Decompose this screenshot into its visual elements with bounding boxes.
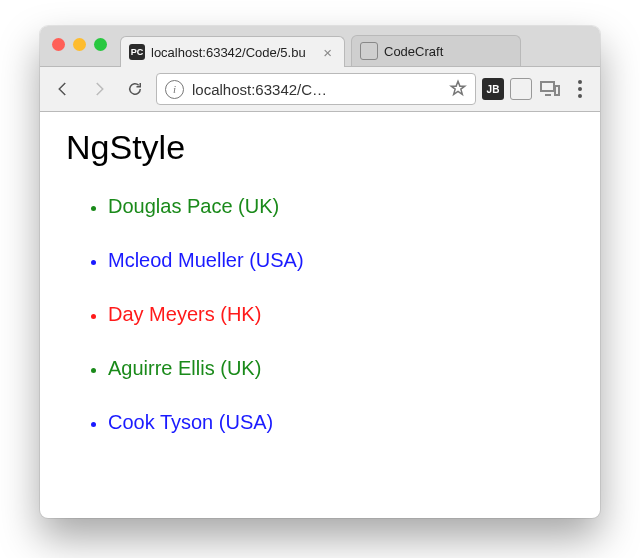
list-item: Douglas Pace (UK)	[108, 179, 574, 233]
list-item: Mcleod Mueller (USA)	[108, 233, 574, 287]
window-zoom-button[interactable]	[94, 38, 107, 51]
page-heading: NgStyle	[66, 128, 574, 167]
site-info-icon[interactable]: i	[165, 80, 184, 99]
back-button[interactable]	[48, 74, 78, 104]
address-bar[interactable]: i localhost:63342/C…	[156, 73, 476, 105]
chrome-menu-button[interactable]	[568, 77, 592, 101]
dot-icon	[578, 80, 582, 84]
tab-favicon-generic	[360, 42, 378, 60]
list-item: Cook Tyson (USA)	[108, 395, 574, 449]
address-bar-url: localhost:63342/C…	[192, 81, 441, 98]
people-list: Douglas Pace (UK)Mcleod Mueller (USA)Day…	[66, 179, 574, 449]
tab-inactive[interactable]: CodeCraft	[351, 35, 521, 66]
tab-title: localhost:63342/Code/5.bu	[151, 45, 315, 60]
tab-close-icon[interactable]: ×	[321, 45, 334, 60]
tab-favicon: PC	[129, 44, 145, 60]
jetbrains-extension-icon[interactable]: JB	[482, 78, 504, 100]
list-item: Aguirre Ellis (UK)	[108, 341, 574, 395]
window-controls	[52, 38, 107, 51]
forward-button[interactable]	[84, 74, 114, 104]
reload-button[interactable]	[120, 74, 150, 104]
dot-icon	[578, 94, 582, 98]
bookmark-star-icon[interactable]	[449, 79, 467, 100]
window-close-button[interactable]	[52, 38, 65, 51]
tab-active[interactable]: PC localhost:63342/Code/5.bu ×	[120, 36, 345, 67]
devices-icon[interactable]	[538, 77, 562, 101]
page-content: NgStyle Douglas Pace (UK)Mcleod Mueller …	[40, 112, 600, 518]
toolbar: i localhost:63342/C… JB	[40, 67, 600, 112]
dot-icon	[578, 87, 582, 91]
reload-icon	[126, 80, 144, 98]
extension-icon[interactable]	[510, 78, 532, 100]
window-minimize-button[interactable]	[73, 38, 86, 51]
tab-strip: PC localhost:63342/Code/5.bu × CodeCraft	[120, 26, 521, 66]
browser-window: PC localhost:63342/Code/5.bu × CodeCraft	[40, 26, 600, 518]
titlebar: PC localhost:63342/Code/5.bu × CodeCraft	[40, 26, 600, 67]
arrow-left-icon	[54, 80, 72, 98]
tab-title: CodeCraft	[384, 44, 510, 59]
arrow-right-icon	[90, 80, 108, 98]
list-item: Day Meyers (HK)	[108, 287, 574, 341]
